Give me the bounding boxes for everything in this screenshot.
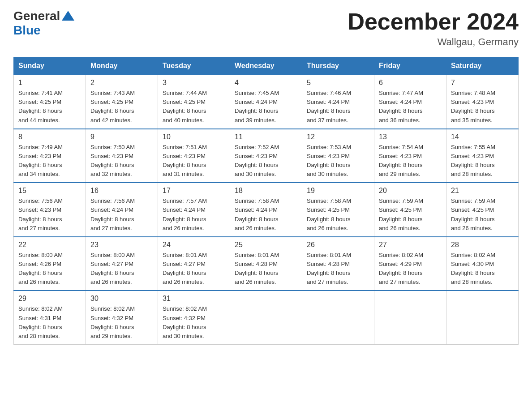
day-number: 26 (307, 241, 369, 249)
day-info: Sunrise: 7:56 AM Sunset: 4:23 PM Dayligh… (18, 197, 81, 233)
day-number: 23 (90, 241, 153, 249)
week-row-4: 22Sunrise: 8:00 AM Sunset: 4:26 PM Dayli… (14, 237, 519, 291)
day-number: 1 (18, 79, 81, 87)
calendar-cell: 23Sunrise: 8:00 AM Sunset: 4:27 PM Dayli… (86, 237, 158, 291)
day-number: 10 (163, 133, 225, 141)
day-info: Sunrise: 7:44 AM Sunset: 4:25 PM Dayligh… (163, 89, 225, 125)
logo-general-text: General (13, 9, 60, 23)
calendar-cell: 18Sunrise: 7:58 AM Sunset: 4:24 PM Dayli… (230, 183, 302, 237)
calendar-cell: 4Sunrise: 7:45 AM Sunset: 4:24 PM Daylig… (230, 75, 302, 129)
day-number: 15 (18, 187, 81, 195)
day-info: Sunrise: 7:57 AM Sunset: 4:24 PM Dayligh… (163, 197, 225, 233)
calendar-cell: 26Sunrise: 8:01 AM Sunset: 4:28 PM Dayli… (302, 237, 374, 291)
day-number: 29 (18, 295, 81, 303)
day-info: Sunrise: 7:56 AM Sunset: 4:24 PM Dayligh… (90, 197, 153, 233)
day-number: 16 (90, 187, 153, 195)
day-number: 4 (235, 79, 297, 87)
week-row-3: 15Sunrise: 7:56 AM Sunset: 4:23 PM Dayli… (14, 183, 519, 237)
svg-marker-0 (62, 11, 74, 21)
day-info: Sunrise: 7:58 AM Sunset: 4:24 PM Dayligh… (235, 197, 297, 233)
header-cell-wednesday: Wednesday (230, 57, 302, 75)
calendar-cell: 27Sunrise: 8:02 AM Sunset: 4:29 PM Dayli… (374, 237, 446, 291)
calendar-cell: 21Sunrise: 7:59 AM Sunset: 4:25 PM Dayli… (446, 183, 519, 237)
header-cell-thursday: Thursday (302, 57, 374, 75)
calendar-cell: 24Sunrise: 8:01 AM Sunset: 4:27 PM Dayli… (158, 237, 230, 291)
calendar-cell: 12Sunrise: 7:53 AM Sunset: 4:23 PM Dayli… (302, 129, 374, 183)
day-info: Sunrise: 7:58 AM Sunset: 4:25 PM Dayligh… (307, 197, 369, 233)
calendar-cell: 25Sunrise: 8:01 AM Sunset: 4:28 PM Dayli… (230, 237, 302, 291)
day-number: 19 (307, 187, 369, 195)
day-number: 3 (163, 79, 225, 87)
day-info: Sunrise: 7:49 AM Sunset: 4:23 PM Dayligh… (18, 143, 81, 179)
calendar-cell: 16Sunrise: 7:56 AM Sunset: 4:24 PM Dayli… (86, 183, 158, 237)
logo-row2: Blue (13, 23, 41, 38)
calendar-cell (374, 291, 446, 344)
day-number: 7 (451, 79, 514, 87)
day-info: Sunrise: 7:41 AM Sunset: 4:25 PM Dayligh… (18, 89, 81, 125)
day-info: Sunrise: 7:55 AM Sunset: 4:23 PM Dayligh… (451, 143, 514, 179)
calendar-cell: 7Sunrise: 7:48 AM Sunset: 4:23 PM Daylig… (446, 75, 519, 129)
day-number: 13 (379, 133, 442, 141)
day-info: Sunrise: 8:02 AM Sunset: 4:29 PM Dayligh… (379, 251, 442, 287)
day-number: 18 (235, 187, 297, 195)
calendar-header: SundayMondayTuesdayWednesdayThursdayFrid… (14, 57, 519, 75)
day-number: 6 (379, 79, 442, 87)
day-info: Sunrise: 8:02 AM Sunset: 4:31 PM Dayligh… (18, 304, 81, 341)
logo-row1: General (13, 9, 74, 23)
calendar-cell: 6Sunrise: 7:47 AM Sunset: 4:24 PM Daylig… (374, 75, 446, 129)
day-info: Sunrise: 8:02 AM Sunset: 4:32 PM Dayligh… (163, 304, 225, 341)
calendar-cell: 17Sunrise: 7:57 AM Sunset: 4:24 PM Dayli… (158, 183, 230, 237)
calendar-cell (230, 291, 302, 344)
day-number: 12 (307, 133, 369, 141)
logo-blue-text: Blue (13, 23, 41, 38)
day-info: Sunrise: 7:59 AM Sunset: 4:25 PM Dayligh… (451, 197, 514, 233)
calendar-cell: 11Sunrise: 7:52 AM Sunset: 4:23 PM Dayli… (230, 129, 302, 183)
calendar-cell: 13Sunrise: 7:54 AM Sunset: 4:23 PM Dayli… (374, 129, 446, 183)
day-info: Sunrise: 7:52 AM Sunset: 4:23 PM Dayligh… (235, 143, 297, 179)
day-number: 5 (307, 79, 369, 87)
title-block: December 2024 Wallgau, Germany (348, 9, 519, 48)
day-number: 14 (451, 133, 514, 141)
calendar-cell: 5Sunrise: 7:46 AM Sunset: 4:24 PM Daylig… (302, 75, 374, 129)
calendar-cell: 19Sunrise: 7:58 AM Sunset: 4:25 PM Dayli… (302, 183, 374, 237)
logo-icon: General Blue (13, 9, 74, 38)
page-title: December 2024 (348, 9, 519, 34)
calendar-cell: 15Sunrise: 7:56 AM Sunset: 4:23 PM Dayli… (14, 183, 86, 237)
day-info: Sunrise: 7:46 AM Sunset: 4:24 PM Dayligh… (307, 89, 369, 125)
calendar-cell: 1Sunrise: 7:41 AM Sunset: 4:25 PM Daylig… (14, 75, 86, 129)
calendar-cell: 10Sunrise: 7:51 AM Sunset: 4:23 PM Dayli… (158, 129, 230, 183)
day-info: Sunrise: 7:48 AM Sunset: 4:23 PM Dayligh… (451, 89, 514, 125)
day-info: Sunrise: 8:01 AM Sunset: 4:27 PM Dayligh… (163, 251, 225, 287)
day-info: Sunrise: 7:45 AM Sunset: 4:24 PM Dayligh… (235, 89, 297, 125)
day-info: Sunrise: 7:53 AM Sunset: 4:23 PM Dayligh… (307, 143, 369, 179)
day-number: 2 (90, 79, 153, 87)
calendar-body: 1Sunrise: 7:41 AM Sunset: 4:25 PM Daylig… (14, 75, 519, 344)
header-cell-tuesday: Tuesday (158, 57, 230, 75)
calendar-cell: 29Sunrise: 8:02 AM Sunset: 4:31 PM Dayli… (14, 291, 86, 344)
day-number: 30 (90, 295, 153, 303)
logo-triangle-icon (62, 11, 74, 21)
header-cell-friday: Friday (374, 57, 446, 75)
day-number: 31 (163, 295, 225, 303)
calendar-cell: 8Sunrise: 7:49 AM Sunset: 4:23 PM Daylig… (14, 129, 86, 183)
calendar-cell: 28Sunrise: 8:02 AM Sunset: 4:30 PM Dayli… (446, 237, 519, 291)
day-info: Sunrise: 7:51 AM Sunset: 4:23 PM Dayligh… (163, 143, 225, 179)
day-number: 28 (451, 241, 514, 249)
day-info: Sunrise: 7:47 AM Sunset: 4:24 PM Dayligh… (379, 89, 442, 125)
calendar-cell: 30Sunrise: 8:02 AM Sunset: 4:32 PM Dayli… (86, 291, 158, 344)
header-cell-saturday: Saturday (446, 57, 519, 75)
logo: General Blue (13, 9, 74, 38)
calendar-cell: 22Sunrise: 8:00 AM Sunset: 4:26 PM Dayli… (14, 237, 86, 291)
day-info: Sunrise: 8:02 AM Sunset: 4:30 PM Dayligh… (451, 251, 514, 287)
calendar-cell: 14Sunrise: 7:55 AM Sunset: 4:23 PM Dayli… (446, 129, 519, 183)
day-number: 8 (18, 133, 81, 141)
day-number: 25 (235, 241, 297, 249)
week-row-1: 1Sunrise: 7:41 AM Sunset: 4:25 PM Daylig… (14, 75, 519, 129)
day-info: Sunrise: 8:02 AM Sunset: 4:32 PM Dayligh… (90, 304, 153, 341)
day-info: Sunrise: 7:54 AM Sunset: 4:23 PM Dayligh… (379, 143, 442, 179)
page-header: General Blue December 2024 Wallgau, Germ… (13, 9, 519, 48)
location-subtitle: Wallgau, Germany (348, 36, 519, 48)
calendar-cell: 20Sunrise: 7:59 AM Sunset: 4:25 PM Dayli… (374, 183, 446, 237)
calendar-cell: 9Sunrise: 7:50 AM Sunset: 4:23 PM Daylig… (86, 129, 158, 183)
day-info: Sunrise: 7:59 AM Sunset: 4:25 PM Dayligh… (379, 197, 442, 233)
